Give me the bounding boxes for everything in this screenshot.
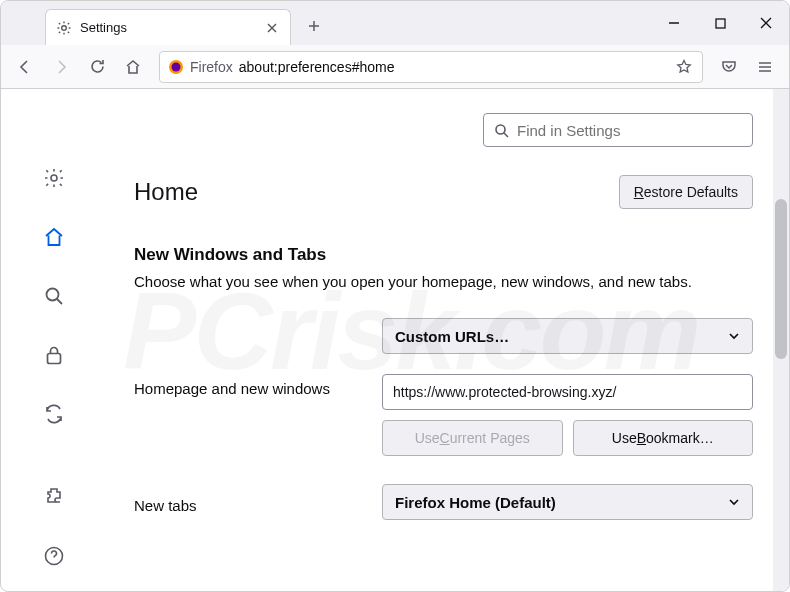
sidebar-item-sync[interactable] [36, 396, 72, 431]
newtabs-select-value: Firefox Home (Default) [395, 494, 556, 511]
url-brand: Firefox [190, 59, 233, 75]
restore-defaults-button[interactable]: Restore Defaults [619, 175, 753, 209]
sidebar-item-extensions[interactable] [36, 479, 72, 514]
homepage-select-value: Custom URLs… [395, 328, 509, 345]
svg-rect-6 [47, 354, 60, 364]
url-text: about:preferences#home [239, 59, 668, 75]
app-menu-button[interactable] [749, 51, 781, 83]
tab-title: Settings [80, 20, 127, 35]
sidebar-item-general[interactable] [36, 161, 72, 196]
settings-search-input[interactable]: Find in Settings [483, 113, 753, 147]
newtabs-label: New tabs [134, 491, 382, 514]
use-bookmark-button[interactable]: Use Bookmark… [573, 420, 754, 456]
use-current-pages-button[interactable]: Use Current Pages [382, 420, 563, 456]
gear-icon [56, 20, 72, 36]
sidebar-item-search[interactable] [36, 279, 72, 314]
new-tab-button[interactable] [299, 11, 329, 41]
url-bar[interactable]: Firefox about:preferences#home [159, 51, 703, 83]
settings-sidebar [1, 89, 106, 591]
chevron-down-icon [728, 330, 740, 342]
page-title: Home [134, 178, 198, 206]
pocket-button[interactable] [713, 51, 745, 83]
svg-point-4 [51, 175, 57, 181]
bookmark-star-icon[interactable] [674, 59, 694, 75]
browser-toolbar: Firefox about:preferences#home [1, 45, 789, 89]
homepage-url-input[interactable] [382, 374, 753, 410]
svg-rect-1 [716, 19, 725, 28]
section-desc: Choose what you see when you open your h… [134, 273, 753, 290]
homepage-label: Homepage and new windows [134, 374, 382, 397]
reload-button[interactable] [81, 51, 113, 83]
svg-point-3 [172, 62, 181, 71]
search-icon [494, 123, 509, 138]
svg-point-0 [62, 25, 67, 30]
svg-point-5 [46, 289, 58, 301]
firefox-logo-icon [168, 59, 184, 75]
main-panel: Find in Settings Home Restore Defaults N… [106, 89, 789, 591]
sidebar-item-privacy[interactable] [36, 338, 72, 373]
close-tab-button[interactable] [264, 20, 280, 36]
minimize-button[interactable] [651, 1, 697, 45]
chevron-down-icon [728, 496, 740, 508]
maximize-button[interactable] [697, 1, 743, 45]
home-button[interactable] [117, 51, 149, 83]
sidebar-item-home[interactable] [36, 220, 72, 255]
titlebar: Settings [1, 1, 789, 45]
svg-point-8 [496, 125, 505, 134]
search-placeholder: Find in Settings [517, 122, 620, 139]
back-button[interactable] [9, 51, 41, 83]
sidebar-item-help[interactable] [36, 538, 72, 573]
newtabs-select[interactable]: Firefox Home (Default) [382, 484, 753, 520]
section-title-new-windows: New Windows and Tabs [134, 245, 753, 265]
close-window-button[interactable] [743, 1, 789, 45]
homepage-select[interactable]: Custom URLs… [382, 318, 753, 354]
browser-tab[interactable]: Settings [45, 9, 291, 45]
forward-button[interactable] [45, 51, 77, 83]
